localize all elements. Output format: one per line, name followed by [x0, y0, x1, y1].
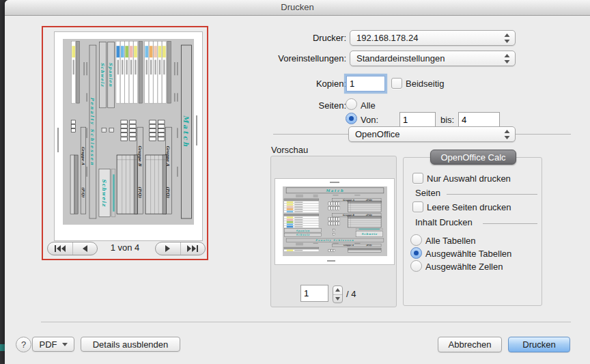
- vorschau-label: Vorschau: [271, 145, 308, 155]
- last-page-button[interactable]: [180, 242, 206, 255]
- last-page-icon: [187, 245, 198, 252]
- page-header-text-mark: [330, 182, 339, 183]
- svg-text:Spanien: Spanien: [108, 63, 113, 87]
- preview-nav-forward-group: [155, 242, 206, 255]
- svg-text:Schweiz: Schweiz: [101, 179, 107, 207]
- pages-from-input[interactable]: [399, 112, 436, 127]
- pdf-menu-button[interactable]: PDF: [32, 337, 74, 352]
- svg-text:Match: Match: [326, 188, 344, 193]
- help-button[interactable]: ?: [16, 337, 31, 352]
- pages-all-label: Alle: [361, 100, 376, 111]
- popup-arrows-icon: [504, 33, 510, 43]
- presets-label: Voreinstellungen:: [237, 53, 346, 64]
- empty-pages-label: Leere Seiten drucken: [427, 202, 511, 212]
- printer-popup-value: 192.168.178.24: [356, 33, 500, 43]
- pages-label: Seiten:: [237, 100, 346, 111]
- cancel-button-label: Abbrechen: [449, 339, 492, 350]
- all-tables-radio[interactable]: [410, 234, 422, 246]
- only-selection-label: Nur Auswahl drucken: [427, 173, 511, 184]
- svg-text:Gruppe A: Gruppe A: [343, 199, 354, 201]
- page-margin-text-mark: [57, 128, 59, 152]
- svg-text:(P/Q): (P/Q): [81, 187, 85, 197]
- svg-text:(P/Q): (P/Q): [366, 244, 372, 247]
- content-group-label: Inhalt Drucken: [415, 217, 473, 227]
- svg-text:Penalty Schiessen: Penalty Schiessen: [89, 97, 95, 166]
- duplex-checkbox[interactable]: [391, 78, 402, 89]
- calc-panel-tab: OpenOffice Calc: [430, 150, 516, 165]
- vorschau-page-stepper: [333, 285, 343, 303]
- only-selection-checkbox[interactable]: [412, 173, 423, 184]
- pages-from-label: Von:: [361, 115, 378, 125]
- cancel-button[interactable]: Abbrechen: [438, 337, 502, 352]
- selected-cells-radio[interactable]: [410, 260, 422, 272]
- popup-arrows-icon: [504, 54, 510, 64]
- print-dialog: Drucken Match Gruppe A (P/Q): [5, 0, 590, 364]
- presets-popup-value: Standardeinstellungen: [356, 53, 500, 64]
- sheet-title-band: Match: [286, 188, 384, 193]
- vorschau-page-input[interactable]: [300, 285, 328, 302]
- presets-popup[interactable]: Standardeinstellungen: [350, 51, 516, 66]
- all-tables-label: Alle Tabellen: [425, 236, 475, 246]
- selected-cells-label: Ausgewählte Zellen: [425, 262, 503, 272]
- svg-text:Spanien: Spanien: [296, 229, 309, 232]
- page-margin-text-mark: [196, 115, 197, 145]
- svg-text:Schweiz: Schweiz: [296, 234, 311, 236]
- vorschau-panel: Match Gruppe A (P/Q): [270, 156, 397, 307]
- printer-label: Drucker:: [237, 33, 346, 43]
- svg-text:Schweiz: Schweiz: [361, 232, 377, 236]
- printer-popup[interactable]: 192.168.178.24: [350, 30, 516, 46]
- group-divider: [447, 194, 537, 195]
- svg-text:Penalty Schiessen: Penalty Schiessen: [315, 239, 354, 242]
- pages-group-label: Seiten: [415, 188, 440, 198]
- calc-panel: Nur Auswahl drucken Seiten Leere Seiten …: [403, 157, 542, 306]
- print-button-label: Drucken: [522, 339, 555, 350]
- svg-text:Gruppe B: Gruppe B: [343, 214, 354, 216]
- app-section-popup-value: OpenOffice: [355, 129, 500, 139]
- app-section-popup[interactable]: OpenOffice: [348, 126, 516, 142]
- title-bar: Drucken: [5, 0, 590, 16]
- svg-text:Gruppe A: Gruppe A: [343, 244, 354, 247]
- hide-details-label: Details ausblenden: [93, 339, 169, 350]
- print-button[interactable]: Drucken: [508, 337, 570, 352]
- screen: { "window": { "title": "Drucken" }, "pri…: [0, 0, 590, 364]
- stepper-down-button[interactable]: [333, 294, 342, 303]
- svg-text:Gruppe A: Gruppe A: [81, 147, 85, 166]
- background-window-fragment: [0, 344, 5, 351]
- selected-tables-label: Ausgewählte Tabellen: [425, 249, 511, 259]
- svg-text:Schweiz: Schweiz: [100, 63, 105, 87]
- pages-to-input[interactable]: [458, 112, 500, 127]
- pages-to-label: bis:: [440, 115, 454, 125]
- help-button-label: ?: [21, 339, 26, 350]
- copies-label: Kopien:: [237, 79, 346, 89]
- copies-input[interactable]: [346, 76, 385, 92]
- popup-arrows-icon: [504, 130, 510, 139]
- chevron-down-icon: [62, 343, 68, 346]
- svg-text:(P/Q): (P/Q): [366, 199, 373, 201]
- print-preview-sheet: Match Gruppe A (P/Q): [63, 39, 194, 225]
- stepper-up-icon: [335, 288, 340, 292]
- vorschau-sheet: Match Gruppe A (P/Q): [283, 186, 387, 256]
- svg-text:Match: Match: [182, 115, 190, 148]
- stepper-up-button[interactable]: [333, 286, 342, 294]
- print-preview-page: Match Gruppe A (P/Q): [54, 31, 203, 241]
- next-page-icon: [165, 245, 171, 252]
- hide-details-button[interactable]: Details ausblenden: [81, 337, 180, 352]
- duplex-label: Beidseitig: [406, 79, 444, 89]
- sheet-preview-graphic: Match Gruppe A (P/Q): [283, 186, 387, 256]
- pages-all-radio[interactable]: [346, 98, 357, 110]
- pages-from-radio[interactable]: [346, 113, 357, 124]
- footer-separator: [41, 322, 571, 322]
- sheet-title-band: Match: [181, 45, 191, 219]
- pdf-button-label: PDF: [40, 339, 57, 350]
- svg-text:(P/Q): (P/Q): [366, 214, 373, 216]
- vorschau-page-total: / 4: [346, 289, 356, 299]
- group-divider: [483, 223, 537, 224]
- vorschau-page: Match Gruppe A (P/Q): [275, 178, 395, 265]
- sheet-preview-graphic: Match Gruppe A (P/Q): [63, 39, 194, 225]
- next-page-button[interactable]: [156, 242, 180, 255]
- print-preview-frame: Match Gruppe A (P/Q): [42, 26, 208, 260]
- empty-pages-checkbox[interactable]: [412, 201, 423, 212]
- stepper-down-icon: [335, 297, 340, 300]
- selected-tables-radio[interactable]: [410, 247, 422, 259]
- page-footer-text-mark: [327, 260, 335, 262]
